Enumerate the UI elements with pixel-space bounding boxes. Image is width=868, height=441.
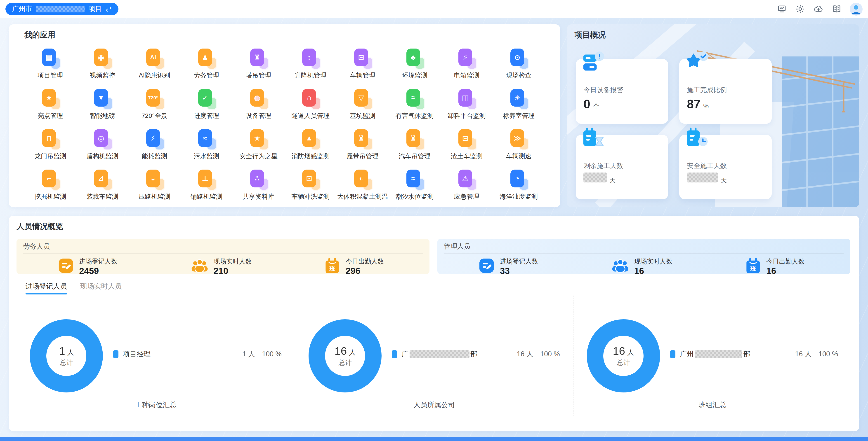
app-item-gas-monitor[interactable]: ≈有害气体监测: [389, 88, 440, 128]
app-label: 铺路机监测: [191, 192, 222, 201]
app-item-ocean-turbidity[interactable]: ◔海洋浊度监测: [493, 168, 545, 207]
tab-entry-registered[interactable]: 进场登记人员: [26, 282, 67, 295]
app-item-vehicle[interactable]: ⊟车辆管理: [337, 47, 389, 88]
app-item-truck-crane[interactable]: ♜汽车吊管理: [389, 128, 440, 169]
app-label: 卸料平台监测: [447, 111, 486, 120]
app-label: 电箱监测: [454, 71, 479, 80]
app-label: 消防烟感监测: [291, 152, 330, 161]
app-item-muck-truck[interactable]: ⊟渣土车监测: [440, 128, 493, 169]
legend-label-suffix: 部: [743, 349, 750, 359]
app-item-weighbridge[interactable]: ▼智能地磅: [76, 88, 128, 128]
app-item-tunnel-staff[interactable]: ∩隧道人员管理: [285, 88, 337, 128]
app-item-sewage[interactable]: ≈污水监测: [180, 128, 232, 169]
stat-people: 现场实时人数210: [156, 257, 289, 276]
app-item-labor-worker[interactable]: ♟劳务管理: [180, 47, 232, 88]
app-label: 安全行为之星: [239, 152, 278, 161]
people-icon: [191, 259, 209, 275]
donut-total-label: 总计: [613, 358, 634, 367]
user-avatar[interactable]: [850, 3, 862, 15]
register-icon: [58, 258, 74, 276]
donut-total-number: 16: [613, 345, 625, 357]
chart-caption: 班组汇总: [574, 400, 851, 410]
donut-total-unit: 人: [349, 348, 355, 356]
project-name-redacted: [36, 6, 85, 12]
app-label: 海洋浊度监测: [500, 192, 538, 201]
app-item-excavator[interactable]: ⌐挖掘机监测: [24, 168, 76, 207]
pit-monitor-icon: ▽: [351, 88, 374, 110]
speed-icon: ≫: [508, 128, 530, 150]
app-item-safety-star[interactable]: ★安全行为之星: [232, 128, 285, 169]
app-item-curing-room[interactable]: ☀标养室管理: [493, 88, 545, 128]
app-item-crawler-crane[interactable]: ♜履带吊管理: [337, 128, 389, 169]
app-item-roller[interactable]: ◒压路机监测: [128, 168, 180, 207]
app-item-emergency[interactable]: ⚠应急管理: [440, 168, 493, 207]
app-item-smoke-detector[interactable]: ▲消防烟感监测: [285, 128, 337, 169]
chart-section-1: 1人总计项目经理1 人 100 %工种岗位汇总: [17, 296, 295, 416]
redacted-value: [583, 172, 607, 182]
app-glyph: ▽: [359, 94, 364, 102]
shared-library-icon: ∴: [248, 168, 270, 191]
donut-total: 16人: [613, 344, 634, 357]
schedule-icon: ✓: [195, 88, 217, 110]
app-item-shield-machine[interactable]: ◎盾构机监测: [76, 128, 128, 169]
app-item-equipment[interactable]: ◍设备管理: [232, 88, 285, 128]
app-item-project-folder[interactable]: ▤项目管理: [24, 47, 76, 88]
cloud-download-icon[interactable]: [813, 4, 824, 14]
tower-crane-icon: ♜: [248, 47, 270, 70]
app-item-loader[interactable]: ⊿装载车监测: [76, 168, 128, 207]
app-item-shared-library[interactable]: ∴共享资料库: [232, 168, 285, 207]
app-label: 应急管理: [454, 192, 479, 201]
app-item-ai-hazard[interactable]: AIAI隐患识别: [128, 47, 180, 88]
app-glyph: ≈: [411, 94, 415, 102]
app-glyph: ≫: [514, 134, 521, 142]
app-item-paver[interactable]: ⊥铺路机监测: [180, 168, 232, 207]
curing-room-icon: ☀: [508, 88, 530, 110]
manual-icon[interactable]: [831, 4, 842, 14]
horizontal-scrollbar[interactable]: [0, 437, 868, 441]
monitor-icon[interactable]: [777, 4, 787, 14]
app-label: 隧道人员管理: [291, 111, 330, 120]
app-item-cctv[interactable]: ◉视频监控: [76, 47, 128, 88]
muck-truck-icon: ⊟: [456, 128, 477, 150]
app-label: 进度管理: [194, 111, 219, 120]
app-item-power-box[interactable]: ⚡电箱监测: [440, 47, 493, 88]
svg-text:班: 班: [750, 266, 756, 272]
app-item-gantry-crane[interactable]: ⊓龙门吊监测: [24, 128, 76, 169]
app-glyph: ◔: [515, 174, 520, 183]
settings-icon[interactable]: [795, 4, 806, 14]
app-item-pit-monitor[interactable]: ▽基坑监测: [337, 88, 389, 128]
stat-value: 210: [213, 266, 252, 276]
app-item-concrete-temp[interactable]: ◐大体积混凝土测温: [337, 168, 389, 207]
app-item-highlight[interactable]: ★亮点管理: [24, 88, 76, 128]
panorama-icon: 720°: [143, 88, 165, 110]
app-item-environment[interactable]: ♣环境监测: [389, 47, 440, 88]
app-item-panorama[interactable]: 720°720°全景: [128, 88, 180, 128]
tab-onsite-realtime[interactable]: 现场实时人员: [80, 282, 122, 295]
app-item-schedule[interactable]: ✓进度管理: [180, 88, 232, 128]
app-item-vehicle-wash[interactable]: ⊡车辆冲洗监测: [285, 168, 337, 207]
app-glyph: ⊟: [358, 53, 364, 62]
overview-card-value: 87%: [687, 97, 764, 111]
overview-card-4: 安全施工天数天: [679, 135, 772, 200]
app-glyph: ◍: [254, 94, 260, 102]
safety-star-icon: ★: [248, 128, 270, 150]
app-item-site-inspect[interactable]: ⊙现场检查: [493, 47, 545, 88]
project-switcher-button[interactable]: 广州市 项目 ⇄: [5, 3, 118, 15]
project-overview-cards: !今日设备报警0个施工完成比例87%剩余施工天数天安全施工天数天: [576, 59, 772, 199]
chart-caption: 工种岗位汇总: [17, 400, 295, 410]
app-item-energy[interactable]: ⚡能耗监测: [128, 128, 180, 169]
app-item-unloading-platform[interactable]: ◫卸料平台监测: [440, 88, 493, 128]
excavator-icon: ⌐: [39, 168, 61, 191]
app-item-tide-level[interactable]: ≈潮汐水位监测: [389, 168, 440, 207]
app-item-tower-crane[interactable]: ♜塔吊管理: [232, 47, 285, 88]
highlight-icon: ★: [39, 88, 61, 110]
stat-label: 今日出勤人数: [766, 257, 804, 266]
stat-value: 16: [766, 266, 804, 276]
app-label: 车辆管理: [350, 71, 375, 80]
app-glyph: ⊿: [98, 174, 104, 183]
app-item-speed[interactable]: ≫车辆测速: [493, 128, 545, 169]
app-item-hoist[interactable]: ↕升降机管理: [285, 47, 337, 88]
chart-caption: 人员所属公司: [295, 400, 573, 410]
calendar-clock-icon: [685, 126, 710, 150]
app-label: 共享资料库: [243, 192, 274, 201]
